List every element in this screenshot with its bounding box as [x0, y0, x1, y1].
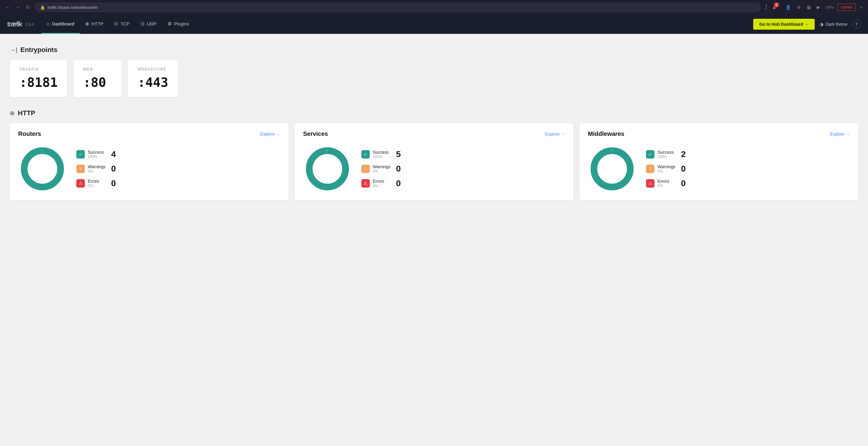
middlewares-errors-text: Errors 0%	[657, 179, 669, 188]
nav-dashboard[interactable]: ⌂ Dashboard	[41, 14, 80, 34]
middlewares-title: Middlewares	[588, 130, 624, 137]
middlewares-errors-label: Errors	[657, 179, 669, 184]
help-button[interactable]: ?	[852, 20, 861, 28]
dark-theme-icon: ◑	[819, 22, 823, 27]
routers-errors-text: Errors 0%	[88, 179, 99, 188]
nav-right: Go to Hub Dashboard → ◑ Dark theme ?	[753, 19, 861, 30]
cast-button[interactable]: ▶	[815, 4, 822, 11]
middlewares-warnings-text: Warnings 0%	[657, 164, 675, 173]
services-warnings-item: ! Warnings 0% 0	[361, 164, 401, 174]
routers-explore-link[interactable]: Explore →	[260, 132, 280, 136]
routers-warnings-count: 0	[109, 164, 116, 174]
nav-http[interactable]: ⊕ HTTP	[80, 14, 109, 34]
middlewares-error-icon: ⚠	[646, 179, 654, 187]
notification-badge: 1	[774, 2, 779, 7]
services-warnings-pct: 0%	[373, 169, 391, 173]
svg-point-1	[24, 151, 61, 187]
routers-warnings-pct: 0%	[88, 169, 106, 173]
middlewares-card-body: ✓ Success 100% 2 ! Warnings 0%	[588, 145, 850, 193]
middlewares-success-count: 2	[678, 149, 686, 159]
sidebar-button[interactable]: ▦	[805, 4, 813, 11]
nav-plugins[interactable]: ⚙ Plugins	[162, 14, 194, 34]
routers-warnings-text: Warnings 0%	[88, 164, 106, 173]
routers-errors-item: ⚠ Errors 0% 0	[76, 178, 116, 188]
extensions-button[interactable]: ⚙	[795, 4, 803, 11]
services-errors-item: ⚠ Errors 0% 0	[361, 178, 401, 188]
plugins-nav-icon: ⚙	[167, 21, 172, 27]
routers-success-pct: 100%	[88, 155, 104, 159]
main-content: →| Entrypoints TRAEFIK :8181 WEB :80 WEB…	[0, 34, 868, 446]
middlewares-donut	[588, 145, 636, 193]
nav-tcp[interactable]: ⊙ TCP	[109, 14, 135, 34]
dark-theme-button[interactable]: ◑ Dark theme	[819, 22, 847, 27]
address-bar[interactable]: 🔒 traffic.ktsaas.io/dashboard/#/	[35, 3, 761, 12]
forward-button[interactable]: →	[14, 3, 23, 11]
services-success-text: Success 100%	[373, 150, 389, 159]
services-success-item: ✓ Success 100% 5	[361, 149, 401, 159]
entrypoints-section: →| Entrypoints TRAEFIK :8181 WEB :80 WEB…	[10, 46, 858, 97]
routers-errors-label: Errors	[88, 179, 99, 184]
services-card-header: Services Explore →	[303, 130, 565, 137]
back-button[interactable]: ←	[4, 3, 12, 11]
app-navbar: træfik 2.9.6 ⌂ Dashboard ⊕ HTTP ⊙ TCP ⊙ …	[0, 14, 868, 34]
services-warnings-text: Warnings 0%	[373, 164, 391, 173]
update-button[interactable]: Update	[837, 4, 856, 11]
routers-card-header: Routers Explore →	[18, 130, 280, 137]
middlewares-warnings-count: 0	[678, 164, 686, 174]
hub-dashboard-button[interactable]: Go to Hub Dashboard →	[753, 19, 815, 30]
entrypoint-traefik-name: TRAEFIK	[20, 67, 58, 71]
services-success-icon: ✓	[361, 150, 370, 159]
entrypoint-web-name: WEB	[83, 67, 112, 71]
services-legend: ✓ Success 100% 5 ! Warnings 0%	[361, 149, 401, 188]
nav-tcp-label: TCP	[121, 21, 130, 26]
services-warning-icon: !	[361, 165, 370, 173]
http-section: ⊕ HTTP Routers Explore →	[10, 109, 858, 200]
routers-warnings-item: ! Warnings 0% 0	[76, 164, 116, 174]
services-errors-count: 0	[394, 178, 401, 188]
routers-card-body: ✓ Success 100% 4 ! Warnings 0%	[18, 145, 280, 193]
middlewares-success-item: ✓ Success 100% 2	[646, 149, 686, 159]
http-section-icon: ⊕	[10, 109, 15, 117]
nav-links: ⌂ Dashboard ⊕ HTTP ⊙ TCP ⊙ UDP ⚙ Plugins	[41, 14, 753, 34]
entrypoints-icon: →|	[10, 46, 17, 54]
error-icon: ⚠	[76, 179, 85, 187]
entrypoint-traefik-port: :8181	[20, 75, 58, 90]
url-text: traffic.ktsaas.io/dashboard/#/	[48, 5, 98, 10]
middlewares-warnings-pct: 0%	[657, 169, 675, 173]
routers-warnings-label: Warnings	[88, 164, 106, 169]
udp-nav-icon: ⊙	[141, 21, 145, 27]
nav-http-label: HTTP	[91, 21, 103, 26]
profile-button[interactable]: 👤	[784, 4, 793, 11]
entrypoints-title: Entrypoints	[20, 46, 57, 54]
middlewares-card-header: Middlewares Explore →	[588, 130, 850, 137]
menu-button[interactable]: ≡	[858, 4, 864, 11]
middlewares-explore-link[interactable]: Explore →	[830, 132, 850, 136]
routers-card: Routers Explore → ✓	[10, 123, 289, 200]
logo-area: træfik 2.9.6	[7, 20, 34, 28]
nav-udp[interactable]: ⊙ UDP	[135, 14, 162, 34]
middlewares-card: Middlewares Explore → ✓	[579, 123, 858, 200]
services-errors-label: Errors	[373, 179, 384, 184]
logo-version: 2.9.6	[25, 22, 34, 27]
services-donut	[303, 145, 352, 193]
middlewares-errors-count: 0	[678, 178, 686, 188]
tcp-nav-icon: ⊙	[114, 21, 118, 27]
routers-success-label: Success	[88, 150, 104, 155]
share-button[interactable]: ⎡	[764, 4, 770, 11]
middlewares-errors-item: ⚠ Errors 0% 0	[646, 178, 686, 188]
services-explore-link[interactable]: Explore →	[545, 132, 565, 136]
reload-button[interactable]: ↻	[24, 3, 32, 11]
routers-success-count: 4	[109, 149, 116, 159]
http-nav-icon: ⊕	[85, 21, 89, 27]
middlewares-warning-icon: !	[646, 165, 654, 173]
routers-errors-pct: 0%	[88, 184, 99, 188]
http-header: ⊕ HTTP	[10, 109, 858, 117]
entrypoint-traefik: TRAEFIK :8181	[10, 60, 67, 97]
entrypoint-websecure-port: :443	[137, 75, 168, 90]
routers-legend: ✓ Success 100% 4 ! Warnings 0%	[76, 149, 116, 188]
entrypoint-websecure-name: WEBSECURE	[137, 67, 168, 71]
services-success-label: Success	[373, 150, 389, 155]
middlewares-success-pct: 100%	[657, 155, 674, 159]
nav-dashboard-label: Dashboard	[52, 21, 74, 26]
services-error-icon: ⚠	[361, 179, 370, 187]
